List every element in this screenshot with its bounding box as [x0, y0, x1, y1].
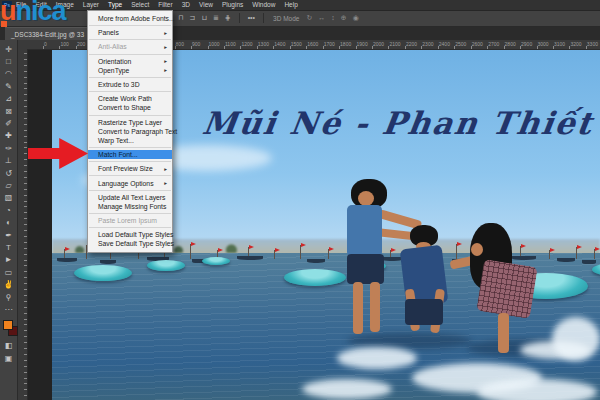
gradient-tool[interactable]: ▧ — [0, 192, 18, 204]
options-separator — [239, 13, 240, 23]
ruler-tick: 1400 — [273, 46, 274, 49]
screen-mode-button[interactable]: ▣ — [0, 352, 18, 364]
menu-item-panels[interactable]: Panels▸ — [88, 28, 172, 37]
ruler-tick — [24, 277, 27, 278]
menu-item-language-options[interactable]: Language Options▸ — [88, 178, 172, 187]
menu-view[interactable]: View — [199, 0, 213, 10]
ruler-tick — [24, 260, 27, 261]
logo-accent-square — [1, 21, 7, 27]
logo-text-rest: nica — [16, 0, 66, 26]
frame-tool[interactable]: ⊠ — [0, 105, 18, 117]
distribute-vertical-icon[interactable]: ⋕ — [225, 14, 231, 21]
align-right-edges-icon[interactable]: ⊐ — [190, 14, 196, 21]
slide-3d-icon[interactable]: ⊕ — [341, 14, 347, 21]
eyedropper-tool[interactable]: ✐ — [0, 117, 18, 129]
menu-layer[interactable]: Layer — [83, 0, 99, 10]
history-brush-tool[interactable]: ↺ — [0, 167, 18, 179]
ruler-tick: 100 — [59, 46, 60, 49]
ruler-tick — [24, 336, 27, 337]
align-horizontal-centers-icon[interactable]: ⊓ — [178, 14, 183, 21]
rotate-3d-icon[interactable]: ↻ — [306, 14, 312, 21]
ruler-tick: 2100 — [388, 46, 389, 49]
ruler-tick — [24, 59, 27, 60]
type-tool[interactable]: T — [0, 241, 18, 253]
photo-boat-hull — [100, 260, 116, 264]
menu-item-more-from-adobe-fonts[interactable]: More from Adobe Fonts... — [88, 14, 172, 23]
brush-tool[interactable]: ✑ — [0, 142, 18, 154]
zoom-tool[interactable]: ⚲ — [0, 291, 18, 303]
menu-item-orientation[interactable]: Orientation▸ — [88, 57, 172, 66]
align-bottom-edges-icon[interactable]: ⊔ — [201, 14, 206, 21]
hand-tool[interactable]: ✌ — [0, 278, 18, 290]
ruler-tick — [24, 94, 27, 95]
menu-item-extrude-to-3d[interactable]: Extrude to 3D — [88, 80, 172, 89]
menu-item-create-work-path[interactable]: Create Work Path — [88, 94, 172, 103]
move-tool[interactable]: ✛ — [0, 43, 18, 55]
healing-brush-tool[interactable]: ✚ — [0, 130, 18, 142]
ruler-tick: 3300 — [586, 46, 587, 49]
menu-item-opentype[interactable]: OpenType▸ — [88, 66, 172, 75]
ruler-tick: 1700 — [323, 46, 324, 49]
roll-3d-icon[interactable]: ↔ — [318, 14, 325, 21]
menu-plugins[interactable]: Plugins — [222, 0, 243, 10]
quick-mask-button[interactable]: ◧ — [0, 340, 18, 352]
foreground-color-swatch[interactable] — [3, 320, 13, 330]
menu-item-match-font[interactable]: Match Font... — [88, 150, 172, 159]
crop-tool[interactable]: ⊿ — [0, 93, 18, 105]
menu-type[interactable]: Type — [108, 0, 122, 10]
unica-logo: unica — [0, 0, 66, 25]
dodge-tool[interactable]: ◐ — [0, 216, 18, 228]
ruler-tick: 1800 — [339, 46, 340, 49]
ruler-tick — [24, 271, 27, 272]
ruler-tick — [24, 88, 27, 89]
menu-item-load-default-type-styles[interactable]: Load Default Type Styles — [88, 230, 172, 239]
ruler-tick: 0 — [43, 46, 44, 49]
ruler-tick: 2600 — [471, 46, 472, 49]
menu-item-convert-to-paragraph-text[interactable]: Convert to Paragraph Text — [88, 127, 172, 136]
ruler-tick — [24, 183, 27, 184]
ruler-tick — [24, 301, 27, 302]
shape-tool[interactable]: ▭ — [0, 266, 18, 278]
menu-separator — [89, 213, 171, 214]
photo-flag — [191, 242, 196, 246]
menu-item-paste-lorem-ipsum[interactable]: Paste Lorem Ipsum — [88, 216, 172, 225]
clone-stamp-tool[interactable]: ⊥ — [0, 155, 18, 167]
more-tools[interactable]: ⋯ — [0, 303, 18, 315]
drag-3d-icon[interactable]: ↕ — [331, 14, 335, 21]
path-selection-tool[interactable]: ► — [0, 254, 18, 266]
child-skirt — [347, 254, 384, 284]
menu-filter[interactable]: Filter — [158, 0, 172, 10]
quick-selection-tool[interactable]: ✎ — [0, 80, 18, 92]
menu-help[interactable]: Help — [284, 0, 297, 10]
ruler-tick — [24, 224, 27, 225]
menu-item-convert-to-shape[interactable]: Convert to Shape — [88, 103, 172, 112]
distribute-horizontal-icon[interactable]: ≣ — [213, 14, 219, 21]
ruler-tick: 3000 — [537, 46, 538, 49]
ruler-tick — [24, 124, 27, 125]
more-options-icon[interactable]: ••• — [248, 10, 255, 26]
menu-select[interactable]: Select — [131, 0, 149, 10]
menu-item-anti-alias[interactable]: Anti-Alias▸ — [88, 42, 172, 51]
menu-window[interactable]: Window — [252, 0, 275, 10]
document-tab[interactable]: _DSC3384-Edit.jpg @ 33 — [5, 27, 90, 41]
scale-3d-icon[interactable]: ◉ — [353, 14, 359, 21]
submenu-arrow-icon: ▸ — [164, 44, 167, 50]
ruler-tick — [24, 289, 27, 290]
menu-item-save-default-type-styles[interactable]: Save Default Type Styles — [88, 239, 172, 248]
ruler-tick — [24, 65, 27, 66]
eraser-tool[interactable]: ▱ — [0, 179, 18, 191]
lasso-tool[interactable]: ◠ — [0, 68, 18, 80]
menu-item-update-all-text-layers[interactable]: Update All Text Layers — [88, 193, 172, 202]
menu-item-manage-missing-fonts[interactable]: Manage Missing Fonts — [88, 202, 172, 211]
menu-item-warp-text[interactable]: Warp Text... — [88, 136, 172, 145]
blur-tool[interactable]: ◔ — [0, 204, 18, 216]
menu-item-rasterize-type-layer[interactable]: Rasterize Type Layer — [88, 118, 172, 127]
menu-3d[interactable]: 3D — [182, 0, 190, 10]
pen-tool[interactable]: ✒ — [0, 229, 18, 241]
submenu-arrow-icon: ▸ — [164, 58, 167, 64]
ruler-tick — [24, 177, 27, 178]
photo-flag — [65, 247, 70, 251]
menu-item-font-preview-size[interactable]: Font Preview Size▸ — [88, 164, 172, 173]
photo-boat-hull — [582, 260, 596, 264]
marquee-tool[interactable]: □ — [0, 55, 18, 67]
